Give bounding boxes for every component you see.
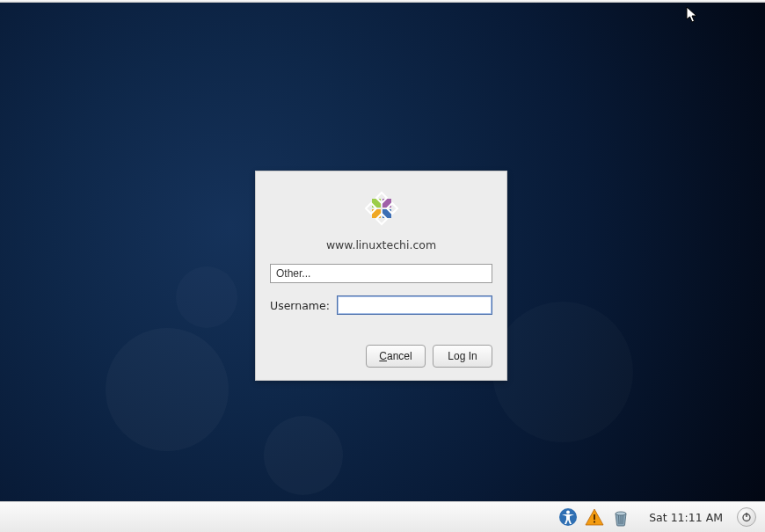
login-button[interactable]: Log In — [433, 345, 492, 368]
cancel-rest: ancel — [387, 350, 412, 362]
centos-logo-icon — [361, 187, 403, 230]
svg-line-9 — [619, 515, 620, 524]
bokeh-decoration — [492, 302, 633, 442]
svg-rect-7 — [594, 521, 595, 523]
warning-icon[interactable] — [584, 506, 605, 528]
system-tray — [557, 506, 631, 528]
panel-clock[interactable]: Sat 11:11 AM — [649, 511, 723, 524]
svg-point-8 — [616, 512, 626, 515]
svg-point-5 — [566, 511, 570, 514]
cancel-mnemonic: C — [379, 350, 387, 362]
cancel-button[interactable]: Cancel — [366, 345, 426, 368]
hostname-label: www.linuxtechi.com — [270, 238, 492, 251]
username-input[interactable] — [337, 295, 492, 315]
bokeh-decoration — [176, 266, 237, 328]
login-dialog: www.linuxtechi.com Username: Cancel Log … — [255, 171, 507, 381]
desktop-background: www.linuxtechi.com Username: Cancel Log … — [0, 3, 765, 501]
mouse-cursor-icon — [686, 6, 700, 24]
bokeh-decoration — [106, 328, 229, 451]
button-row: Cancel Log In — [270, 345, 492, 368]
bokeh-decoration — [264, 416, 343, 495]
power-icon — [741, 512, 752, 522]
username-row: Username: — [270, 295, 492, 315]
svg-rect-6 — [594, 514, 595, 520]
distro-logo — [270, 187, 492, 233]
user-selector-field[interactable] — [270, 264, 492, 283]
svg-line-11 — [623, 515, 623, 524]
power-button[interactable] — [737, 507, 756, 527]
trash-icon[interactable] — [610, 506, 631, 528]
login-button-label: Log In — [448, 350, 477, 362]
accessibility-icon[interactable] — [557, 506, 579, 528]
bottom-panel: Sat 11:11 AM — [0, 501, 765, 532]
username-label: Username: — [270, 299, 330, 312]
